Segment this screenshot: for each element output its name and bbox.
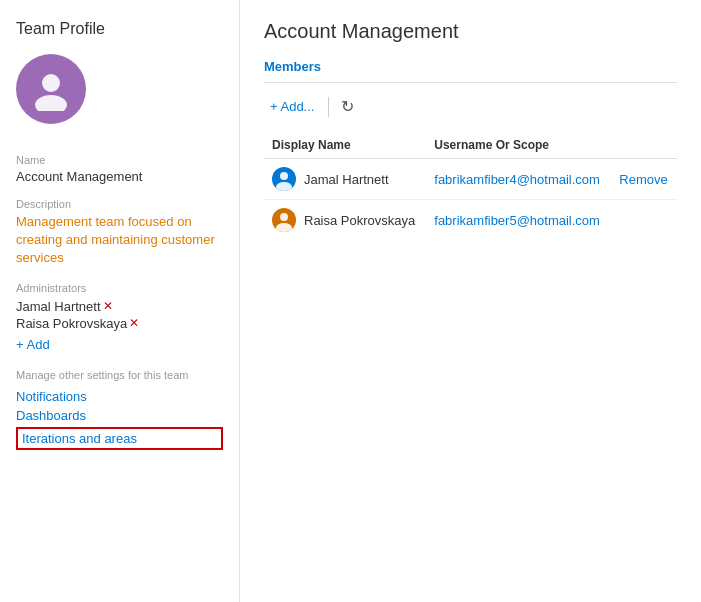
description-label: Description [16,198,223,210]
members-section-header: Members [264,59,677,74]
nav-link-iterations[interactable]: Iterations and areas [16,427,223,450]
member-email-2: fabrikamfiber5@hotmail.com [426,200,611,241]
col-display-name: Display Name [264,132,426,159]
table-row: Raisa Pokrovskaya fabrikamfiber5@hotmail… [264,200,677,241]
member-avatar-2 [272,208,296,232]
refresh-button[interactable]: ↻ [337,93,358,120]
table-row: Jamal Hartnett fabrikamfiber4@hotmail.co… [264,159,677,200]
member-action-1: Remove [611,159,677,200]
member-email-1: fabrikamfiber4@hotmail.com [426,159,611,200]
member-name-1: Jamal Hartnett [304,172,389,187]
name-label: Name [16,154,223,166]
add-member-button[interactable]: + Add... [264,95,320,118]
administrators-label: Administrators [16,282,223,294]
sidebar: Team Profile Name Account Management Des… [0,0,240,602]
section-divider [264,82,677,83]
member-action-2 [611,200,677,241]
admin-item: Jamal Hartnett ✕ [16,299,223,314]
nav-link-dashboards[interactable]: Dashboards [16,408,223,423]
member-avatar-1 [272,167,296,191]
admin-name-1: Jamal Hartnett [16,299,101,314]
avatar-icon [29,67,73,111]
col-action [611,132,677,159]
main-content: Account Management Members + Add... ↻ Di… [240,0,701,602]
table-header-row: Display Name Username Or Scope [264,132,677,159]
avatar-icon-1 [272,167,296,191]
admin-list: Jamal Hartnett ✕ Raisa Pokrovskaya ✕ [16,299,223,333]
svg-point-3 [276,182,292,191]
svg-point-2 [280,172,288,180]
member-name-cell-1: Jamal Hartnett [264,159,426,200]
remove-admin-2[interactable]: ✕ [129,316,139,330]
toolbar-divider [328,97,329,117]
name-value: Account Management [16,169,223,184]
page-title: Account Management [264,20,677,43]
svg-point-5 [276,223,292,232]
members-table: Display Name Username Or Scope Jamal [264,132,677,240]
remove-admin-1[interactable]: ✕ [103,299,113,313]
member-name-cell-2: Raisa Pokrovskaya [264,200,426,241]
member-name-2: Raisa Pokrovskaya [304,213,415,228]
sidebar-title: Team Profile [16,20,223,38]
svg-point-0 [42,74,60,92]
remove-member-1-button[interactable]: Remove [619,172,667,187]
admin-name-2: Raisa Pokrovskaya [16,316,127,331]
toolbar: + Add... ↻ [264,93,677,120]
admin-item: Raisa Pokrovskaya ✕ [16,316,223,331]
svg-point-1 [35,95,67,111]
add-admin-link[interactable]: + Add [16,337,223,352]
svg-point-4 [280,213,288,221]
avatar [16,54,86,124]
col-username: Username Or Scope [426,132,611,159]
description-value: Management team focused on creating and … [16,213,223,268]
refresh-icon: ↻ [341,97,354,116]
avatar-icon-2 [272,208,296,232]
manage-label: Manage other settings for this team [16,368,223,383]
add-member-label: + Add... [270,99,314,114]
nav-link-notifications[interactable]: Notifications [16,389,223,404]
